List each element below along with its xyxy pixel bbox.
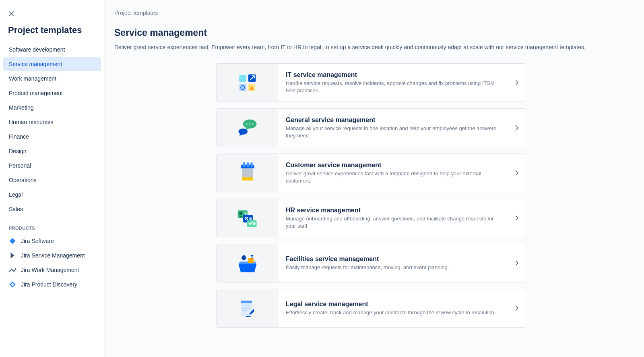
sidebar-product-jira-software[interactable]: Jira Software <box>3 234 101 248</box>
card-description: Manage onboarding and offboarding, answe… <box>286 215 501 230</box>
template-card-list: IT service management Handle service req… <box>114 63 628 328</box>
template-card-hr-service-management[interactable]: HR service management Manage onboarding … <box>216 199 526 237</box>
svg-rect-4 <box>239 84 246 91</box>
product-label: Jira Work Management <box>21 267 79 273</box>
svg-rect-16 <box>242 178 253 181</box>
svg-rect-13 <box>247 162 249 167</box>
hr-illustration <box>217 199 279 237</box>
product-nav: Jira SoftwareJira Service ManagementJira… <box>3 234 101 292</box>
template-card-customer-service-management[interactable]: Customer service management Deliver grea… <box>216 154 526 192</box>
svg-point-10 <box>252 123 253 125</box>
sidebar-category-service-management[interactable]: Service management <box>3 57 101 71</box>
sidebar-category-product-management[interactable]: Product management <box>3 86 101 100</box>
card-description: Deliver great service experiences fast w… <box>286 170 501 185</box>
svg-point-20 <box>249 218 252 220</box>
card-description: Effortlessly create, track and manage yo… <box>286 309 501 316</box>
jira-product-discovery-icon <box>9 281 16 288</box>
card-description: Handle service requests, resolve inciden… <box>286 80 501 94</box>
svg-rect-23 <box>248 258 254 263</box>
sidebar-category-design[interactable]: Design <box>3 144 101 158</box>
svg-rect-25 <box>243 255 245 259</box>
template-card-legal-service-management[interactable]: Legal service management Effortlessly cr… <box>216 289 526 328</box>
close-button[interactable] <box>6 8 17 19</box>
svg-point-9 <box>249 123 250 125</box>
sidebar-category-work-management[interactable]: Work management <box>3 72 101 85</box>
card-body: IT service management Handle service req… <box>279 64 508 102</box>
sidebar-category-legal[interactable]: Legal <box>3 188 101 201</box>
page-description: Deliver great service experiences fast. … <box>114 43 628 51</box>
customer-illustration <box>217 154 279 192</box>
products-heading: PRODUCTS <box>3 217 101 234</box>
sidebar-category-operations[interactable]: Operations <box>3 173 101 187</box>
jira-service-mgmt-icon <box>9 252 16 259</box>
jira-work-mgmt-icon <box>9 266 16 274</box>
sidebar-title: Project templates <box>3 25 101 43</box>
card-title: Legal service management <box>286 301 501 308</box>
template-card-facilities-service-management[interactable]: Facilities service management Easily man… <box>216 244 526 282</box>
sidebar-category-marketing[interactable]: Marketing <box>3 101 101 114</box>
svg-rect-12 <box>243 162 246 167</box>
svg-rect-28 <box>241 301 252 303</box>
product-label: Jira Product Discovery <box>21 281 77 288</box>
category-nav: Software developmentService managementWo… <box>3 43 101 216</box>
card-title: Facilities service management <box>286 255 501 263</box>
chevron-right-icon <box>508 154 526 192</box>
close-icon <box>8 10 15 17</box>
sidebar-category-software-development[interactable]: Software development <box>3 43 101 56</box>
product-label: Jira Service Management <box>21 252 85 259</box>
chevron-right-icon <box>508 109 526 147</box>
svg-point-22 <box>253 222 256 225</box>
page-title: Service management <box>114 27 628 38</box>
facilities-illustration <box>217 244 279 282</box>
svg-rect-26 <box>252 256 252 259</box>
card-body: Facilities service management Easily man… <box>279 244 508 282</box>
card-body: General service management Manage all yo… <box>279 109 508 147</box>
svg-point-11 <box>239 129 248 135</box>
card-body: Customer service management Deliver grea… <box>279 154 508 192</box>
sidebar-category-human-resources[interactable]: Human resources <box>3 115 101 129</box>
itsm-illustration <box>217 64 279 102</box>
svg-rect-14 <box>251 162 253 167</box>
card-title: General service management <box>286 116 501 124</box>
svg-point-18 <box>239 212 242 215</box>
jira-software-icon <box>9 237 16 245</box>
svg-rect-2 <box>239 75 246 82</box>
chevron-right-icon <box>508 64 526 102</box>
sidebar-product-jira-work-management[interactable]: Jira Work Management <box>3 263 101 277</box>
card-description: Manage all your service requests in one … <box>286 125 501 139</box>
sidebar-category-sales[interactable]: Sales <box>3 202 101 216</box>
breadcrumb[interactable]: Project templates <box>114 10 628 16</box>
card-title: IT service management <box>286 71 501 79</box>
svg-point-8 <box>246 123 247 125</box>
product-label: Jira Software <box>21 238 54 244</box>
chevron-right-icon <box>508 244 526 282</box>
sidebar-product-jira-service-management[interactable]: Jira Service Management <box>3 248 101 263</box>
legal-illustration <box>217 289 279 327</box>
main-content: Project templates Service management Del… <box>105 0 644 357</box>
sidebar-product-jira-product-discovery[interactable]: Jira Product Discovery <box>3 277 101 292</box>
card-title: Customer service management <box>286 162 501 169</box>
template-card-it-service-management[interactable]: IT service management Handle service req… <box>216 63 526 102</box>
template-card-general-service-management[interactable]: General service management Manage all yo… <box>216 108 526 147</box>
card-body: Legal service management Effortlessly cr… <box>279 289 508 327</box>
card-body: HR service management Manage onboarding … <box>279 199 508 237</box>
sidebar-category-finance[interactable]: Finance <box>3 130 101 143</box>
chevron-right-icon <box>508 289 526 327</box>
card-description: Easily manage requests for maintenance, … <box>286 264 501 271</box>
chevron-right-icon <box>508 199 526 237</box>
sidebar-category-personal[interactable]: Personal <box>3 159 101 172</box>
card-title: HR service management <box>286 207 501 214</box>
general-illustration <box>217 109 279 147</box>
sidebar: Project templates Software developmentSe… <box>0 0 105 357</box>
